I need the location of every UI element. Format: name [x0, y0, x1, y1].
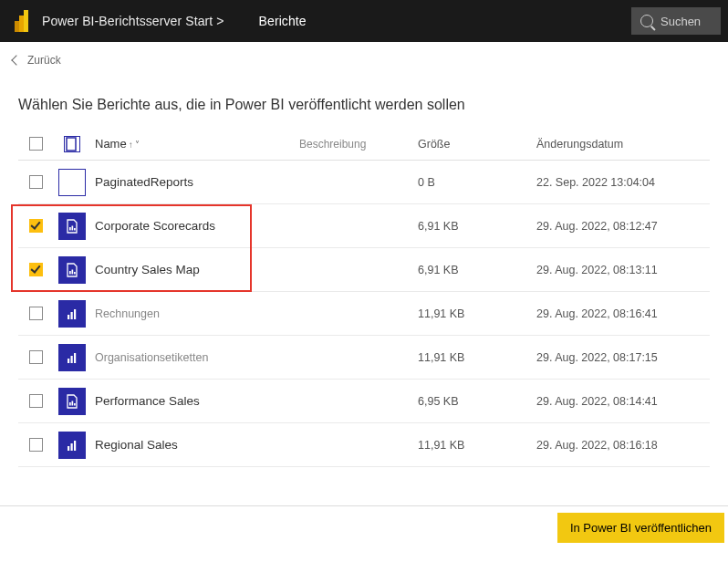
report-icon	[58, 256, 86, 284]
svg-rect-18	[69, 402, 71, 406]
svg-rect-11	[74, 272, 76, 275]
row-size: 6,95 KB	[418, 395, 536, 408]
row-name: Corporate Scorecards	[91, 219, 299, 233]
powerbi-logo-icon	[13, 8, 31, 34]
svg-rect-5	[68, 180, 76, 181]
table-row[interactable]: PaginatedReports0 B22. Sep. 2022 13:04:0…	[18, 161, 710, 204]
row-date: 22. Sep. 2022 13:04:04	[536, 176, 710, 189]
row-size: 11,91 KB	[418, 439, 536, 452]
back-button[interactable]: Zurück	[0, 42, 728, 78]
svg-rect-10	[72, 269, 74, 274]
svg-rect-0	[24, 10, 28, 32]
footer-bar: In Power BI veröffentlichen	[0, 505, 728, 549]
table-row[interactable]: Performance Sales6,95 KB29. Aug. 2022, 0…	[18, 380, 710, 423]
breadcrumb-current[interactable]: Berichte	[259, 14, 307, 28]
search-icon	[640, 15, 653, 27]
row-name: Country Sales Map	[91, 263, 299, 276]
svg-rect-12	[68, 315, 69, 319]
row-checkbox[interactable]	[29, 307, 43, 320]
row-date: 29. Aug. 2022, 08:13:11	[536, 264, 710, 276]
sort-indicator-icon: ↑ ˅	[129, 140, 140, 150]
row-checkbox[interactable]	[29, 219, 43, 233]
chart-icon	[58, 432, 86, 459]
column-header-name[interactable]: Name↑ ˅	[91, 137, 299, 151]
table-row[interactable]: Country Sales Map6,91 KB29. Aug. 2022, 0…	[18, 248, 710, 292]
row-size: 11,91 KB	[418, 351, 536, 364]
chart-icon	[58, 344, 86, 371]
svg-rect-8	[74, 228, 76, 231]
report-icon	[58, 388, 86, 415]
svg-rect-3	[67, 138, 76, 151]
row-name: PaginatedReports	[91, 175, 299, 189]
row-name: Regional Sales	[91, 438, 299, 452]
row-date: 29. Aug. 2022, 08:16:18	[536, 439, 710, 452]
svg-rect-23	[74, 441, 76, 451]
chart-icon	[58, 300, 86, 328]
row-name: Organisationsetiketten	[91, 351, 299, 364]
search-placeholder: Suchen	[660, 15, 701, 28]
row-checkbox[interactable]	[29, 350, 43, 364]
report-icon	[58, 213, 86, 240]
table-row[interactable]: Organisationsetiketten11,91 KB29. Aug. 2…	[18, 336, 710, 380]
row-size: 6,91 KB	[418, 220, 536, 233]
row-name: Performance Sales	[91, 394, 299, 408]
table-row[interactable]: Corporate Scorecards6,91 KB29. Aug. 2022…	[18, 204, 710, 248]
svg-rect-9	[69, 271, 71, 275]
svg-rect-22	[71, 443, 73, 451]
row-date: 29. Aug. 2022, 08:16:41	[536, 307, 710, 320]
reports-table: Name↑ ˅ Beschreibung Größe Änderungsdatu…	[0, 128, 728, 467]
select-all-checkbox[interactable]	[29, 137, 43, 151]
svg-rect-21	[68, 446, 69, 451]
svg-rect-15	[68, 359, 69, 363]
row-checkbox[interactable]	[29, 438, 43, 452]
column-header-size[interactable]: Größe	[418, 138, 536, 151]
svg-rect-4	[67, 178, 78, 187]
row-date: 29. Aug. 2022, 08:17:15	[536, 351, 710, 364]
table-header-row: Name↑ ˅ Beschreibung Größe Änderungsdatu…	[18, 128, 710, 161]
row-date: 29. Aug. 2022, 08:14:41	[536, 395, 710, 408]
svg-rect-16	[71, 356, 73, 363]
type-column-icon	[64, 136, 80, 152]
svg-rect-2	[15, 21, 19, 32]
search-input[interactable]: Suchen	[631, 7, 721, 35]
table-row[interactable]: Rechnungen11,91 KB29. Aug. 2022, 08:16:4…	[18, 292, 710, 336]
svg-rect-14	[74, 309, 76, 319]
row-checkbox[interactable]	[29, 263, 43, 276]
svg-rect-19	[72, 401, 74, 405]
folder-icon	[58, 169, 86, 196]
table-row[interactable]: Regional Sales11,91 KB29. Aug. 2022, 08:…	[18, 423, 710, 467]
back-label: Zurück	[27, 54, 61, 67]
breadcrumb-home[interactable]: Power BI-Berichtsserver Start >	[42, 14, 224, 28]
row-size: 11,91 KB	[418, 307, 536, 320]
svg-rect-6	[69, 227, 71, 231]
row-checkbox[interactable]	[29, 394, 43, 408]
publish-button[interactable]: In Power BI veröffentlichen	[557, 513, 724, 543]
svg-rect-7	[72, 225, 74, 230]
column-header-modified[interactable]: Änderungsdatum	[536, 138, 710, 151]
chevron-left-icon	[11, 55, 21, 65]
page-title: Wählen Sie Berichte aus, die in Power BI…	[0, 78, 728, 128]
row-date: 29. Aug. 2022, 08:12:47	[536, 220, 710, 233]
row-size: 0 B	[418, 176, 536, 189]
row-checkbox[interactable]	[29, 175, 43, 189]
svg-rect-13	[71, 312, 73, 319]
svg-rect-17	[74, 353, 76, 363]
svg-rect-20	[74, 403, 76, 406]
svg-rect-1	[19, 16, 24, 32]
column-header-description[interactable]: Beschreibung	[299, 138, 418, 151]
row-size: 6,91 KB	[418, 264, 536, 276]
top-bar: Power BI-Berichtsserver Start > Berichte…	[0, 0, 728, 42]
row-name: Rechnungen	[91, 307, 299, 320]
